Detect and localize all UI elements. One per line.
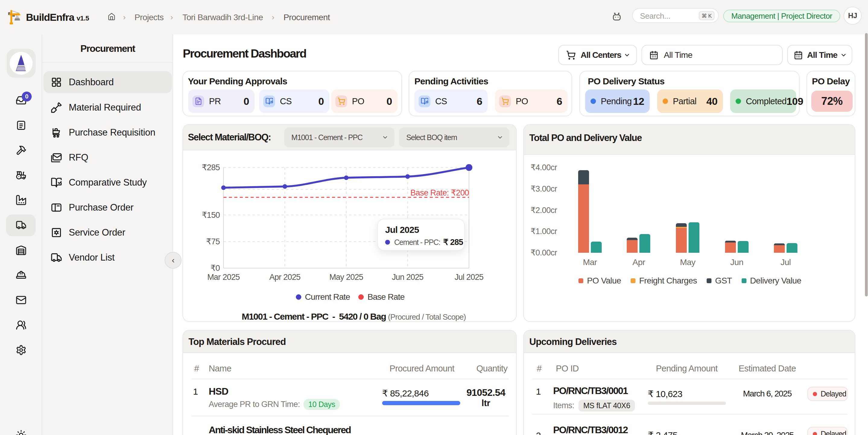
- svg-text:₹1.00cr: ₹1.00cr: [530, 227, 557, 236]
- svg-text:Base Rate: ₹200: Base Rate: ₹200: [410, 188, 469, 197]
- svg-text:Jun: Jun: [730, 258, 743, 267]
- svg-text:May: May: [680, 258, 695, 267]
- svg-text:Jul: Jul: [780, 258, 791, 267]
- svg-text:₹75: ₹75: [206, 237, 220, 246]
- svg-text:₹150: ₹150: [202, 210, 220, 220]
- svg-text:Jul 2025: Jul 2025: [455, 273, 484, 282]
- svg-text:₹2.00cr: ₹2.00cr: [530, 206, 557, 215]
- svg-text:Mar 2025: Mar 2025: [207, 273, 240, 282]
- svg-text:May 2025: May 2025: [329, 273, 363, 282]
- svg-text:₹0: ₹0: [211, 264, 220, 273]
- svg-text:₹3.00cr: ₹3.00cr: [530, 185, 557, 193]
- svg-text:₹4.00cr: ₹4.00cr: [530, 163, 557, 172]
- svg-text:Jun 2025: Jun 2025: [392, 273, 424, 282]
- svg-text:₹285: ₹285: [202, 163, 220, 172]
- svg-text:₹0.00cr: ₹0.00cr: [530, 248, 557, 257]
- svg-text:Apr 2025: Apr 2025: [269, 273, 300, 282]
- svg-text:Apr: Apr: [632, 258, 645, 267]
- svg-text:Mar: Mar: [583, 258, 597, 267]
